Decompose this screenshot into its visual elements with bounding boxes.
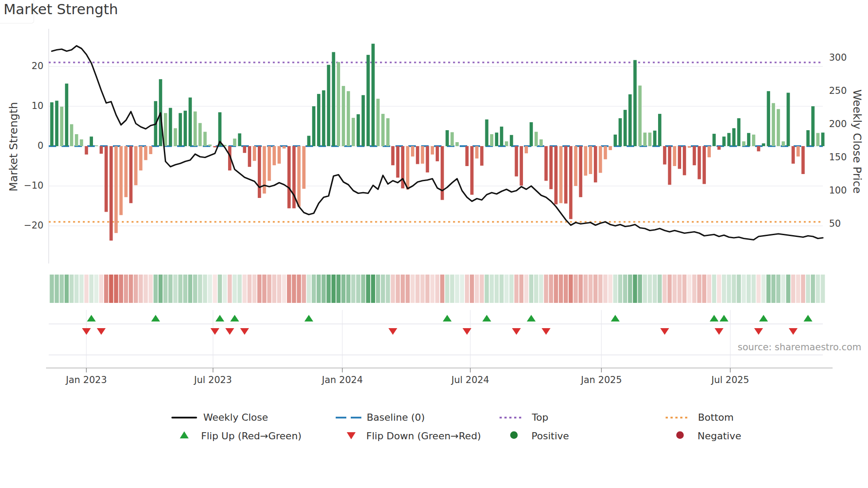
heatmap-cell [593,275,597,303]
heatmap-cell [811,275,815,303]
heatmap-cell [554,275,558,303]
flip-down-marker [388,328,397,335]
strength-bar [213,146,217,147]
heatmap-cell [475,275,479,303]
heatmap-cell [213,275,217,303]
strength-bar [416,146,419,164]
strength-bar [539,139,542,146]
flip-down-icon [347,432,356,439]
heatmap-cell [732,275,736,303]
heatmap-cell [381,275,385,303]
heatmap-cell [801,275,805,303]
legend-negative: Negative [698,430,741,442]
heatmap-cell [297,275,301,303]
strength-bar [203,132,206,146]
strength-bar [633,60,636,146]
heatmap-cell [208,275,212,303]
heatmap-cell [173,275,177,303]
strength-bar [505,141,508,146]
strength-bar [579,146,582,197]
flip-down-marker [97,328,106,335]
legend-positive: Positive [531,430,569,442]
strength-bar [500,127,503,146]
strength-bar [367,55,370,146]
strength-bar [75,134,78,146]
flip-up-marker [759,315,768,321]
heatmap-cell [559,275,563,303]
heatmap-cell [262,275,266,303]
x-tick-label: Jan 2023 [51,375,122,385]
heatmap-cell [682,275,686,303]
heatmap-cell [139,275,143,303]
heatmap-cell [524,275,528,303]
heatmap-cell [401,275,405,303]
heatmap-cell [248,275,252,303]
right-tick-label: 300 [829,52,864,63]
heatmap-cell [371,275,375,303]
strength-bar [114,146,117,233]
strength-bar [525,146,528,153]
strength-bar [105,146,108,212]
strength-bar [732,128,735,147]
strength-bar [337,62,340,146]
heatmap-cell [114,275,118,303]
heatmap-cell [430,275,434,303]
heatmap-cell [529,275,533,303]
flip-down-marker [82,328,91,335]
heatmap-cell [756,275,760,303]
heatmap-cell [519,275,523,303]
heatmap-cell [445,275,449,303]
strength-bar [95,145,98,146]
heatmap-cell [351,275,355,303]
heatmap-cell [356,275,360,303]
heatmap-cell [569,275,573,303]
strength-bar [663,146,666,164]
heatmap-cell [791,275,795,303]
heatmap-cell [702,275,706,303]
heatmap-cell [495,275,499,303]
heatmap-cell [628,275,632,303]
strength-bar [470,146,473,195]
left-tick-label: 10 [17,101,43,111]
heatmap-cell [104,275,108,303]
flip-down-marker [542,328,550,335]
heatmap-cell [322,275,326,303]
heatmap-cell [767,275,771,303]
flip-up-marker [215,315,224,321]
strength-bar [465,146,469,166]
strength-bar [376,99,380,146]
strength-bar [120,146,123,215]
left-tick-label: 20 [17,61,43,71]
heatmap-cell [232,275,236,303]
strength-bar [742,141,745,146]
strength-bar [564,146,567,204]
strength-bar [554,146,558,204]
strength-bar [352,118,355,146]
heatmap-cell [435,275,439,303]
left-tick-label: −10 [17,180,43,191]
heatmap-cell [292,275,296,303]
left-tick-label: −20 [17,220,43,231]
strength-bar [668,146,671,185]
strength-bar [806,130,810,146]
top-swatch [500,417,523,418]
heatmap-cell [391,275,395,303]
strength-bar [287,146,291,208]
strength-bar [648,132,651,146]
flip-up-icon [180,431,189,438]
heatmap-cell [124,275,128,303]
heatmap-cell [134,275,138,303]
heatmap-cell [228,275,232,303]
heatmap-cell [564,275,568,303]
strength-bar [109,146,112,240]
heatmap-cell [277,275,281,303]
strength-bar [55,101,58,146]
heatmap-cell [282,275,286,303]
right-tick-label: 50 [829,218,864,229]
heatmap-cell [243,275,247,303]
heatmap-cell [70,275,74,303]
strength-bar [698,146,701,179]
legend-baseline: Baseline (0) [367,412,425,423]
strength-bar [594,146,597,182]
legend-flip-up: Flip Up (Red→Green) [201,430,302,442]
